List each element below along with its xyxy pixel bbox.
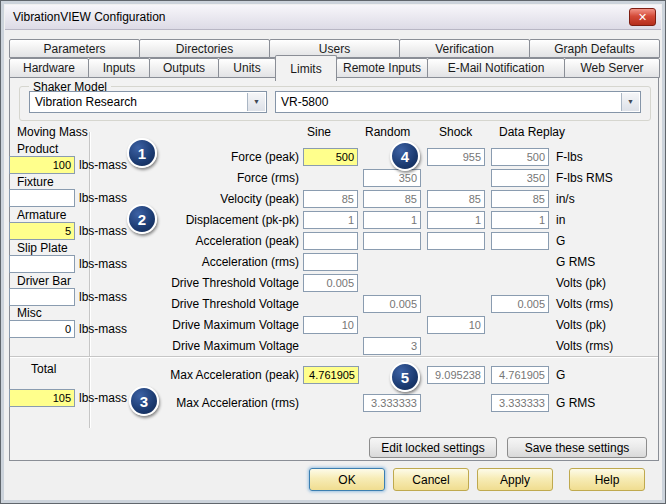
velocity-peak-shock-input[interactable]: 85 bbox=[427, 190, 485, 208]
armature-mass-input[interactable]: 5 bbox=[9, 222, 75, 240]
force-rms-data-replay-input[interactable]: 350 bbox=[491, 169, 549, 187]
close-button[interactable]: ✕ bbox=[629, 8, 656, 26]
displacement-random-input[interactable]: 1 bbox=[363, 211, 421, 229]
tab-remote-inputs[interactable]: Remote Inputs bbox=[336, 58, 428, 78]
drive-maximum-rms-row: Drive Maximum Voltage 3 Volts (rms) bbox=[1, 337, 666, 355]
callout-badge-5: 5 bbox=[390, 362, 420, 392]
force-rms-random-input[interactable]: 350 bbox=[363, 169, 421, 187]
dialog-window: VibrationVIEW Configuration ✕ Parameters… bbox=[0, 0, 666, 504]
displacement-sine-input[interactable]: 1 bbox=[303, 211, 358, 229]
force-peak-unit: F-lbs bbox=[556, 150, 583, 164]
product-mass-input[interactable]: 100 bbox=[9, 156, 75, 174]
callout-badge-2: 2 bbox=[127, 204, 157, 234]
max-acceleration-peak-shock-field[interactable]: 9.095238 bbox=[427, 366, 485, 384]
column-header-shock: Shock bbox=[439, 125, 472, 139]
model-dropdown-value: VR-5800 bbox=[281, 95, 328, 109]
drive-threshold-pk-unit: Volts (pk) bbox=[556, 276, 606, 290]
velocity-peak-row: Velocity (peak) 85 85 85 85 in/s bbox=[1, 190, 666, 208]
displacement-data-replay-input[interactable]: 1 bbox=[491, 211, 549, 229]
tab-inputs[interactable]: Inputs bbox=[88, 58, 150, 78]
tab-graph-defaults[interactable]: Graph Defaults bbox=[529, 39, 660, 58]
tab-directories[interactable]: Directories bbox=[139, 39, 270, 58]
column-header-data-replay: Data Replay bbox=[499, 125, 565, 139]
drive-threshold-rms-data-replay-input[interactable]: 0.005 bbox=[491, 295, 549, 313]
callout-badge-4: 4 bbox=[390, 141, 420, 171]
tab-outputs[interactable]: Outputs bbox=[149, 58, 219, 78]
title-bar: VibrationVIEW Configuration ✕ bbox=[5, 5, 661, 30]
save-these-settings-button[interactable]: Save these settings bbox=[507, 437, 647, 458]
drive-maximum-rms-random-input[interactable]: 3 bbox=[363, 337, 421, 355]
displacement-shock-input[interactable]: 1 bbox=[427, 211, 485, 229]
drive-threshold-pk-row: Drive Threshold Voltage 0.005 Volts (pk) bbox=[1, 274, 666, 292]
total-mass-field[interactable]: 105 bbox=[9, 389, 75, 407]
drive-threshold-pk-sine-input[interactable]: 0.005 bbox=[303, 274, 358, 292]
tab-web-server[interactable]: Web Server bbox=[564, 58, 660, 78]
drive-maximum-rms-unit: Volts (rms) bbox=[556, 339, 613, 353]
moving-mass-title: Moving Mass bbox=[17, 125, 88, 139]
max-acceleration-peak-row: Max Acceleration (peak) 4.761905 9.09523… bbox=[1, 366, 666, 384]
help-button[interactable]: Help bbox=[569, 468, 645, 491]
drive-maximum-pk-sine-input[interactable]: 10 bbox=[303, 316, 358, 334]
acceleration-peak-data-replay-input[interactable] bbox=[491, 232, 549, 250]
tab-units[interactable]: Units bbox=[218, 58, 276, 78]
window-title: VibrationVIEW Configuration bbox=[13, 10, 166, 24]
velocity-peak-label: Velocity (peak) bbox=[103, 192, 299, 206]
max-acceleration-rms-random-field[interactable]: 3.333333 bbox=[363, 394, 421, 412]
column-header-sine: Sine bbox=[307, 125, 331, 139]
displacement-row: Displacement (pk-pk) 1 1 1 1 in bbox=[1, 211, 666, 229]
velocity-peak-sine-input[interactable]: 85 bbox=[303, 190, 358, 208]
manufacturer-dropdown[interactable]: Vibration Research ▼ bbox=[29, 91, 267, 113]
tab-email-notification[interactable]: E-Mail Notification bbox=[427, 58, 565, 78]
max-acceleration-rms-unit: G RMS bbox=[556, 396, 595, 410]
apply-button[interactable]: Apply bbox=[477, 468, 553, 491]
drive-threshold-rms-unit: Volts (rms) bbox=[556, 297, 613, 311]
drive-maximum-pk-row: Drive Maximum Voltage 10 10 Volts (pk) bbox=[1, 316, 666, 334]
acceleration-peak-unit: G bbox=[556, 234, 565, 248]
acceleration-rms-label: Acceleration (rms) bbox=[103, 255, 299, 269]
force-rms-unit: F-lbs RMS bbox=[556, 171, 613, 185]
acceleration-rms-unit: G RMS bbox=[556, 255, 595, 269]
max-acceleration-peak-data-replay-field[interactable]: 4.761905 bbox=[491, 366, 549, 384]
force-peak-data-replay-input[interactable]: 500 bbox=[491, 148, 549, 166]
tab-verification[interactable]: Verification bbox=[399, 39, 530, 58]
tab-limits[interactable]: Limits bbox=[275, 55, 337, 81]
model-dropdown[interactable]: VR-5800 ▼ bbox=[275, 91, 641, 113]
fixture-mass-input[interactable] bbox=[9, 189, 75, 207]
max-acceleration-peak-unit: G bbox=[556, 368, 565, 382]
force-peak-sine-input[interactable]: 500 bbox=[303, 148, 358, 166]
acceleration-peak-random-input[interactable] bbox=[363, 232, 421, 250]
acceleration-rms-sine-input[interactable] bbox=[303, 253, 358, 271]
force-rms-label: Force (rms) bbox=[103, 171, 299, 185]
slip-plate-mass-input[interactable] bbox=[9, 255, 75, 273]
acceleration-rms-row: Acceleration (rms) G RMS bbox=[1, 253, 666, 271]
force-rms-row: Force (rms) 350 350 F-lbs RMS bbox=[1, 169, 666, 187]
max-acceleration-rms-data-replay-field[interactable]: 3.333333 bbox=[491, 394, 549, 412]
max-acceleration-peak-sine-field[interactable]: 4.761905 bbox=[303, 366, 359, 384]
drive-threshold-rms-random-input[interactable]: 0.005 bbox=[363, 295, 421, 313]
acceleration-peak-shock-input[interactable] bbox=[427, 232, 485, 250]
drive-maximum-pk-shock-input[interactable]: 10 bbox=[427, 316, 485, 334]
displacement-unit: in bbox=[556, 213, 565, 227]
callout-badge-3: 3 bbox=[129, 386, 159, 416]
ok-button[interactable]: OK bbox=[309, 468, 385, 491]
tab-parameters[interactable]: Parameters bbox=[9, 39, 140, 58]
misc-mass-input[interactable]: 0 bbox=[9, 320, 75, 338]
edit-locked-settings-button[interactable]: Edit locked settings bbox=[369, 437, 497, 458]
acceleration-peak-sine-input[interactable] bbox=[303, 232, 358, 250]
driver-bar-mass-input[interactable] bbox=[9, 288, 75, 306]
close-icon: ✕ bbox=[638, 11, 647, 23]
acceleration-peak-row: Acceleration (peak) G bbox=[1, 232, 666, 250]
tab-row-2: Hardware Inputs Outputs Units Limits Rem… bbox=[9, 58, 659, 78]
column-header-random: Random bbox=[365, 125, 410, 139]
drive-maximum-pk-label: Drive Maximum Voltage bbox=[103, 318, 299, 332]
drive-threshold-rms-row: Drive Threshold Voltage 0.005 0.005 Volt… bbox=[1, 295, 666, 313]
callout-badge-1: 1 bbox=[127, 138, 157, 168]
chevron-down-icon: ▼ bbox=[247, 93, 265, 111]
force-peak-shock-input[interactable]: 955 bbox=[427, 148, 485, 166]
velocity-peak-data-replay-input[interactable]: 85 bbox=[491, 190, 549, 208]
velocity-peak-random-input[interactable]: 85 bbox=[363, 190, 421, 208]
drive-threshold-pk-label: Drive Threshold Voltage bbox=[103, 276, 299, 290]
tab-hardware[interactable]: Hardware bbox=[9, 58, 89, 78]
cancel-button[interactable]: Cancel bbox=[393, 468, 469, 491]
horizontal-divider bbox=[10, 356, 658, 357]
